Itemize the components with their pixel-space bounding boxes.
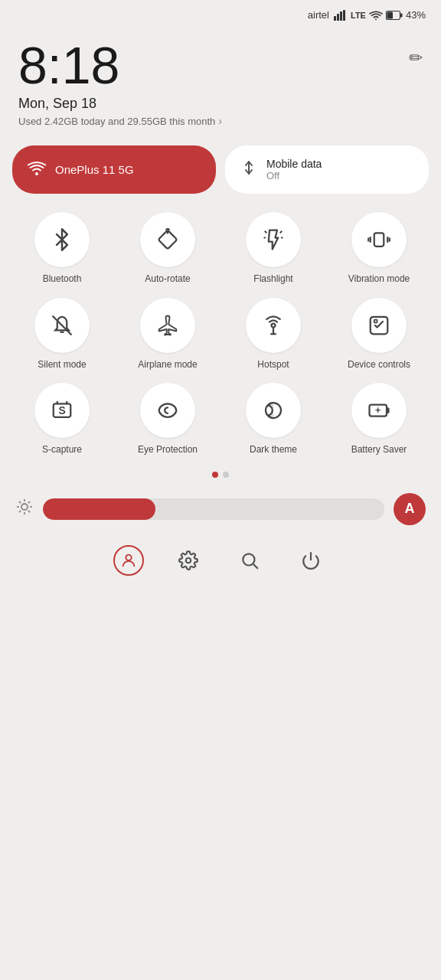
airplane-label: Airplane mode <box>138 359 197 371</box>
page-indicator <box>0 462 441 490</box>
signal-icon <box>334 10 348 21</box>
device-controls-label: Device controls <box>348 359 410 371</box>
settings-button[interactable] <box>172 544 205 577</box>
dot-2[interactable] <box>223 472 229 478</box>
wifi-tile-label: OnePlus 11 5G <box>55 163 134 176</box>
silent-label: Silent mode <box>38 359 86 371</box>
svg-rect-6 <box>387 11 393 18</box>
vibration-label: Vibration mode <box>348 273 410 286</box>
silent-circle <box>34 298 90 353</box>
clock-display: 8:18 <box>18 39 119 91</box>
bluetooth-circle <box>34 212 90 267</box>
hotspot-toggle[interactable]: Hotspot <box>224 298 323 371</box>
search-icon <box>240 550 260 570</box>
hotspot-circle <box>246 298 301 353</box>
svg-line-48 <box>253 564 258 569</box>
s-capture-toggle[interactable]: S S-capture <box>12 383 112 456</box>
brightness-row: A <box>0 490 441 537</box>
dot-1[interactable] <box>212 472 218 478</box>
data-usage-text: Used 2.42GB today and 29.55GB this month <box>18 116 215 127</box>
power-icon <box>301 550 321 570</box>
svg-line-41 <box>19 501 21 503</box>
settings-icon <box>178 550 198 570</box>
auto-rotate-circle <box>140 212 195 267</box>
svg-line-44 <box>19 511 21 512</box>
svg-rect-25 <box>374 319 377 322</box>
lte-icon: LTE <box>351 11 366 20</box>
mobile-tile-status: Off <box>266 170 322 181</box>
power-button[interactable] <box>294 544 328 577</box>
svg-line-11 <box>280 231 283 234</box>
airplane-toggle[interactable]: Airplane mode <box>118 298 217 371</box>
carrier-label: airtel <box>308 9 329 21</box>
battery-saver-circle: + <box>351 383 407 438</box>
search-button[interactable] <box>233 544 266 577</box>
mobile-tile-icon <box>240 159 257 180</box>
device-controls-toggle[interactable]: Device controls <box>329 298 429 371</box>
wifi-tile[interactable]: OnePlus 11 5G <box>12 145 216 194</box>
status-icons: LTE 43% <box>334 9 426 21</box>
s-capture-label: S-capture <box>42 444 82 456</box>
svg-rect-1 <box>337 14 339 21</box>
svg-rect-2 <box>340 11 342 21</box>
airplane-circle <box>140 298 195 353</box>
date-display: Mon, Sep 18 <box>18 96 96 111</box>
eye-protection-toggle[interactable]: Eye Protection <box>118 383 217 456</box>
svg-line-43 <box>28 501 30 503</box>
silent-toggle[interactable]: Silent mode <box>12 298 112 371</box>
eye-protection-circle <box>140 383 195 438</box>
svg-point-47 <box>243 554 254 565</box>
brightness-slider[interactable] <box>43 498 384 520</box>
user-avatar-button[interactable]: A <box>394 493 426 525</box>
status-bar: airtel LTE 43% <box>0 0 441 27</box>
brightness-icon <box>15 498 34 521</box>
mobile-tile-text: Mobile data Off <box>266 158 322 181</box>
vibration-toggle[interactable]: Vibration mode <box>329 212 429 286</box>
auto-rotate-label: Auto-rotate <box>145 273 190 286</box>
svg-text:S: S <box>58 405 65 416</box>
mobile-tile-label: Mobile data <box>266 158 322 170</box>
quick-tiles-row: OnePlus 11 5G Mobile data Off <box>0 139 441 200</box>
battery-label: 43% <box>406 9 426 21</box>
wifi-status-icon <box>369 10 383 21</box>
auto-rotate-toggle[interactable]: Auto-rotate <box>118 212 217 286</box>
svg-point-21 <box>272 323 276 327</box>
svg-rect-14 <box>374 233 384 247</box>
svg-text:+: + <box>375 405 381 416</box>
battery-saver-label: Battery Saver <box>351 444 407 456</box>
eye-protection-label: Eye Protection <box>138 444 198 456</box>
user-icon <box>120 552 137 569</box>
bottom-actions <box>0 537 441 596</box>
svg-rect-34 <box>387 409 388 413</box>
user-profile-button[interactable] <box>113 545 144 576</box>
svg-point-7 <box>35 172 38 175</box>
brightness-fill <box>43 498 155 520</box>
mobile-tile[interactable]: Mobile data Off <box>225 145 429 194</box>
device-controls-circle <box>351 298 407 353</box>
battery-saver-toggle[interactable]: + Battery Saver <box>329 383 429 456</box>
quick-toggles-grid: Bluetooth Auto-rotate Flashlight <box>0 200 441 462</box>
flashlight-toggle[interactable]: Flashlight <box>224 212 323 286</box>
svg-line-10 <box>265 231 267 234</box>
bluetooth-toggle[interactable]: Bluetooth <box>12 212 112 286</box>
svg-rect-0 <box>334 16 336 21</box>
svg-line-42 <box>28 511 30 512</box>
wifi-tile-icon <box>28 160 46 180</box>
avatar-initial: A <box>405 501 415 517</box>
svg-point-36 <box>21 504 28 510</box>
s-capture-circle: S <box>34 383 90 438</box>
flashlight-circle <box>246 212 301 267</box>
clock-area: 8:18 ✏ <box>0 27 441 94</box>
dark-theme-toggle[interactable]: Dark theme <box>224 383 323 456</box>
dark-theme-label: Dark theme <box>250 444 297 456</box>
flashlight-label: Flashlight <box>253 273 292 286</box>
vibration-circle <box>351 212 407 267</box>
svg-rect-3 <box>343 10 345 21</box>
battery-icon <box>386 10 403 21</box>
dark-theme-circle <box>246 383 301 438</box>
data-usage-row[interactable]: Used 2.42GB today and 29.55GB this month… <box>0 113 441 139</box>
bluetooth-label: Bluetooth <box>43 273 82 286</box>
svg-point-46 <box>186 558 191 564</box>
svg-point-45 <box>126 554 131 560</box>
edit-button[interactable]: ✏ <box>409 48 423 68</box>
